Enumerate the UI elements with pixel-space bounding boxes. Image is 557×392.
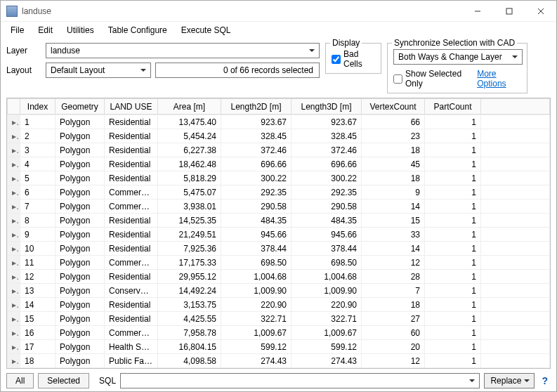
- cell-length3d[interactable]: 484.35: [291, 214, 362, 228]
- cell-area[interactable]: 3,153.75: [158, 298, 221, 312]
- cell-landuse[interactable]: Health Servi...: [105, 340, 158, 354]
- col-partcount[interactable]: PartCount: [425, 99, 481, 115]
- cell-index[interactable]: 12: [20, 270, 55, 284]
- cell-index[interactable]: 11: [20, 256, 55, 270]
- row-handle[interactable]: ▸: [8, 242, 20, 256]
- cell-length2d[interactable]: 378.44: [221, 242, 291, 256]
- cell-length2d[interactable]: 274.43: [221, 354, 291, 368]
- row-handle[interactable]: ▸: [8, 171, 20, 185]
- cell-area[interactable]: 17,175.33: [158, 256, 221, 270]
- cell-length3d[interactable]: 172.03: [291, 368, 362, 369]
- cell-partcount[interactable]: 1: [425, 157, 481, 171]
- cell-vertexcount[interactable]: 20: [362, 340, 425, 354]
- cell-area[interactable]: 4,098.58: [158, 354, 221, 368]
- cell-landuse[interactable]: Commercial: [105, 200, 158, 214]
- menu-file[interactable]: File: [5, 24, 30, 37]
- cell-length3d[interactable]: 274.43: [291, 354, 362, 368]
- cell-landuse[interactable]: Residential: [105, 143, 158, 157]
- cell-area[interactable]: 5,454.24: [158, 129, 221, 143]
- cell-length3d[interactable]: 1,009.90: [291, 284, 362, 298]
- filter-selected-button[interactable]: Selected: [38, 373, 89, 388]
- cell-vertexcount[interactable]: 14: [362, 200, 425, 214]
- cell-vertexcount[interactable]: 27: [362, 312, 425, 326]
- cell-partcount[interactable]: 1: [425, 228, 481, 242]
- cell-partcount[interactable]: 1: [425, 340, 481, 354]
- cell-landuse[interactable]: Residential: [105, 270, 158, 284]
- cell-length2d[interactable]: 1,004.68: [221, 270, 291, 284]
- row-handle[interactable]: ▸: [8, 270, 20, 284]
- table-row[interactable]: ▸12PolygonResidential29,955.121,004.681,…: [8, 270, 550, 284]
- col-length3d[interactable]: Length3D [m]: [291, 99, 362, 115]
- cell-vertexcount[interactable]: 18: [362, 171, 425, 185]
- cell-index[interactable]: 2: [20, 129, 55, 143]
- cell-geometry[interactable]: Polygon: [55, 115, 105, 129]
- cell-index[interactable]: 6: [20, 185, 55, 200]
- cell-vertexcount[interactable]: 9: [362, 185, 425, 200]
- cell-geometry[interactable]: Polygon: [55, 129, 105, 143]
- row-handle[interactable]: ▸: [8, 354, 20, 368]
- sync-mode-select[interactable]: Both Ways & Change Layer: [393, 49, 523, 65]
- table-row[interactable]: ▸11PolygonCommercial17,175.33698.50698.5…: [8, 256, 550, 270]
- cell-length2d[interactable]: 220.90: [221, 298, 291, 312]
- cell-landuse[interactable]: Residential: [105, 228, 158, 242]
- menu-execute-sql[interactable]: Execute SQL: [176, 24, 237, 37]
- cell-area[interactable]: 14,492.24: [158, 284, 221, 298]
- cell-geometry[interactable]: Polygon: [55, 368, 105, 369]
- cell-index[interactable]: 5: [20, 171, 55, 185]
- cell-landuse[interactable]: Residential: [105, 129, 158, 143]
- cell-length3d[interactable]: 328.45: [291, 129, 362, 143]
- cell-length2d[interactable]: 1,009.90: [221, 284, 291, 298]
- col-row-header[interactable]: [8, 99, 20, 115]
- cell-length2d[interactable]: 372.46: [221, 143, 291, 157]
- cell-area[interactable]: 18,462.48: [158, 157, 221, 171]
- layer-select[interactable]: landuse: [46, 43, 320, 58]
- cell-landuse[interactable]: Residential: [105, 157, 158, 171]
- cell-length3d[interactable]: 945.66: [291, 228, 362, 242]
- cell-partcount[interactable]: 1: [425, 270, 481, 284]
- table-row[interactable]: ▸10PolygonResidential7,925.36378.44378.4…: [8, 242, 550, 256]
- cell-length3d[interactable]: 372.46: [291, 143, 362, 157]
- cell-partcount[interactable]: 1: [425, 214, 481, 228]
- col-vertexcount[interactable]: VertexCount: [362, 99, 425, 115]
- col-index[interactable]: Index: [20, 99, 55, 115]
- cell-length2d[interactable]: 698.50: [221, 256, 291, 270]
- cell-area[interactable]: 4,425.55: [158, 312, 221, 326]
- row-handle[interactable]: ▸: [8, 157, 20, 171]
- cell-length2d[interactable]: 945.66: [221, 228, 291, 242]
- row-handle[interactable]: ▸: [8, 115, 20, 129]
- cell-landuse[interactable]: Commercial: [105, 185, 158, 200]
- table-row[interactable]: ▸15PolygonResidential4,425.55322.71322.7…: [8, 312, 550, 326]
- cell-index[interactable]: 7: [20, 200, 55, 214]
- table-row[interactable]: ▸19PolygonCommercial1,483.77172.03172.03…: [8, 368, 550, 369]
- row-handle[interactable]: ▸: [8, 228, 20, 242]
- cell-landuse[interactable]: Residential: [105, 214, 158, 228]
- grid-body[interactable]: ▸1PolygonResidential13,475.40923.67923.6…: [7, 115, 550, 368]
- cell-area[interactable]: 16,804.15: [158, 340, 221, 354]
- cell-geometry[interactable]: Polygon: [55, 326, 105, 340]
- cell-length2d[interactable]: 292.35: [221, 185, 291, 200]
- menu-edit[interactable]: Edit: [32, 24, 58, 37]
- cell-geometry[interactable]: Polygon: [55, 256, 105, 270]
- cell-length3d[interactable]: 1,009.67: [291, 326, 362, 340]
- cell-length2d[interactable]: 696.66: [221, 157, 291, 171]
- cell-index[interactable]: 10: [20, 242, 55, 256]
- cell-partcount[interactable]: 1: [425, 312, 481, 326]
- cell-index[interactable]: 16: [20, 326, 55, 340]
- cell-geometry[interactable]: Polygon: [55, 157, 105, 171]
- cell-area[interactable]: 29,955.12: [158, 270, 221, 284]
- cell-area[interactable]: 5,475.07: [158, 185, 221, 200]
- cell-length3d[interactable]: 322.71: [291, 312, 362, 326]
- cell-area[interactable]: 1,483.77: [158, 368, 221, 369]
- table-row[interactable]: ▸8PolygonResidential14,525.35484.35484.3…: [8, 214, 550, 228]
- cell-vertexcount[interactable]: 15: [362, 214, 425, 228]
- cell-partcount[interactable]: 1: [425, 129, 481, 143]
- cell-area[interactable]: 7,925.36: [158, 242, 221, 256]
- cell-area[interactable]: 14,525.35: [158, 214, 221, 228]
- cell-index[interactable]: 14: [20, 298, 55, 312]
- cell-index[interactable]: 15: [20, 312, 55, 326]
- col-landuse[interactable]: LAND USE: [105, 99, 158, 115]
- cell-geometry[interactable]: Polygon: [55, 143, 105, 157]
- cell-landuse[interactable]: Conservatio...: [105, 284, 158, 298]
- cell-partcount[interactable]: 1: [425, 354, 481, 368]
- cell-length3d[interactable]: 378.44: [291, 242, 362, 256]
